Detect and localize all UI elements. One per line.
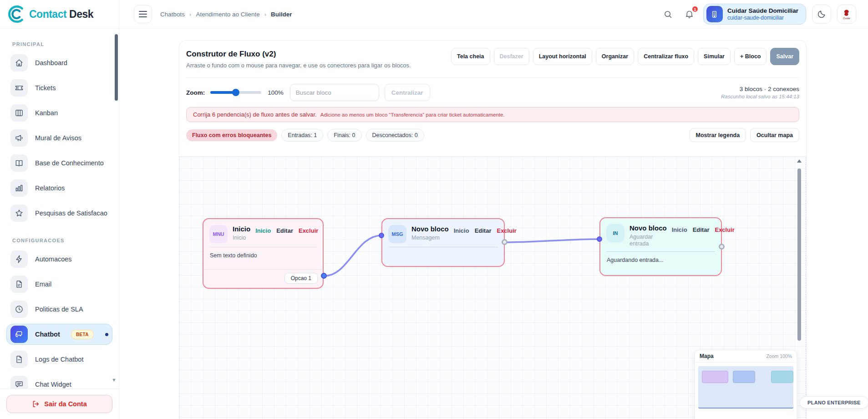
finals-badge: Finais: 0 (327, 129, 361, 142)
minimap-block-inicio (702, 371, 728, 383)
hamburger-icon (139, 11, 147, 17)
fullscreen-button[interactable]: Tela cheia (451, 48, 490, 65)
sidebar-section-principal: PRINCIPAL (12, 41, 112, 47)
hide-map-button[interactable]: Ocultar mapa (750, 128, 799, 142)
sidebar-item-email[interactable]: Email (6, 274, 112, 295)
block-type-chip: MSG (388, 225, 406, 243)
set-start-action[interactable]: Inicio (672, 226, 687, 233)
sidebar-item-relatorios[interactable]: Relatorios (6, 178, 112, 199)
zoom-slider[interactable] (210, 91, 261, 94)
flow-block-aguardar-entrada[interactable]: IN Novo bloco Aguardar entrada Inicio Ed… (599, 217, 722, 276)
minimap: Mapa Zoom 100% (695, 350, 797, 419)
sidebar-item-mural-de-avisos[interactable]: Mural de Avisos (6, 128, 112, 148)
building-icon (706, 6, 723, 22)
block-subtitle: Inicio (233, 235, 250, 242)
sidebar-item-chatbot[interactable]: Chatbot BETA (6, 324, 112, 345)
zoom-label: Zoom: (186, 89, 205, 96)
star-icon (10, 204, 28, 222)
minimap-block-aguardar (771, 371, 793, 383)
megaphone-icon (10, 129, 28, 147)
block-type-chip: MNU (209, 225, 228, 243)
delete-action[interactable]: Excluir (497, 227, 516, 234)
sidebar-item-pesquisas-de-satisfacao[interactable]: Pesquisas de Satisfacao (6, 203, 112, 224)
horizontal-layout-button[interactable]: Layout horizontal (533, 48, 592, 65)
notifications-button[interactable]: 1 (682, 6, 697, 22)
set-start-action[interactable]: Inicio (255, 227, 271, 234)
edit-action[interactable]: Editar (693, 226, 710, 233)
canvas-scrollbar[interactable] (797, 169, 801, 341)
sidebar-item-politicas-de-sla[interactable]: Politicas de SLA (6, 299, 112, 320)
organization-switcher[interactable]: Cuidar Saúde Domiciliar cuidar-saude-dom… (703, 4, 806, 25)
show-legend-button[interactable]: Mostrar legenda (690, 128, 746, 142)
center-flow-button[interactable]: Centralizar fluxo (638, 48, 694, 65)
logout-icon (32, 400, 40, 408)
dark-mode-toggle[interactable] (812, 5, 831, 24)
flow-block-inicio[interactable]: MNU Inicio Inicio Inicio Editar Excluir … (203, 218, 324, 289)
connector-in-mensagem[interactable] (379, 233, 384, 238)
minimap-block-mensagem (733, 371, 755, 383)
flow-canvas[interactable]: MNU Inicio Inicio Inicio Editar Excluir … (179, 156, 806, 419)
set-start-action[interactable]: Inicio (454, 227, 469, 234)
sidebar-item-base-de-conhecimento[interactable]: Base de Conhecimento (6, 153, 112, 174)
disconnected-badge: Desconectados: 0 (366, 129, 424, 142)
block-subtitle: Aguardar entrada (629, 234, 667, 248)
centralize-button[interactable]: Centralizar (385, 84, 430, 101)
sidebar-scroll-down-chevron-icon[interactable]: ▼ (112, 377, 117, 383)
sidebar-item-dashboard[interactable]: Dashboard (6, 52, 112, 73)
logout-button[interactable]: Sair da Conta (6, 395, 112, 413)
plan-badge: PLANO ENTERPRISE (800, 396, 868, 409)
alert-main-text: Corrija 6 pendencia(s) de fluxo antes de… (193, 111, 317, 118)
connector-in-aguardar-entrada[interactable] (597, 236, 602, 242)
delete-action[interactable]: Excluir (299, 227, 318, 234)
block-title: Inicio (233, 225, 250, 234)
organization-slug: cuidar-saude-domiciliar (727, 15, 798, 21)
edit-action[interactable]: Editar (475, 227, 492, 234)
alert-detail-text: Adicione ao menos um bloco “Transferenci… (320, 112, 505, 118)
menu-toggle-button[interactable] (134, 5, 152, 23)
flow-block-mensagem[interactable]: MSG Novo bloco Mensagem Inicio Editar Ex… (381, 218, 505, 267)
option-1-button[interactable]: Opcao 1 (284, 273, 318, 284)
document-icon (10, 276, 28, 293)
breadcrumb-chatbots[interactable]: Chatbots (160, 11, 185, 18)
kanban-icon (10, 104, 28, 122)
edit-action[interactable]: Editar (276, 227, 293, 234)
undo-button[interactable]: Desfazer (494, 48, 529, 65)
connector-out-inicio-opcao1[interactable] (321, 273, 327, 279)
delete-action[interactable]: Excluir (715, 226, 734, 233)
sidebar: PRINCIPAL Dashboard Tickets Kanban (0, 29, 119, 419)
zoom-slider-thumb[interactable] (232, 89, 239, 96)
block-title: Novo bloco (629, 224, 667, 233)
logo-icon (6, 5, 25, 24)
user-avatar[interactable]: Cuidar (837, 5, 856, 24)
minimap-title: Mapa (700, 353, 714, 359)
breadcrumb-atendimento[interactable]: Atendimento ao Cliente (196, 11, 259, 18)
sidebar-item-tickets[interactable]: Tickets (6, 77, 112, 98)
app-logo: Contact Desk (0, 0, 119, 28)
sidebar-scrollbar[interactable] (115, 34, 118, 101)
clock-icon (10, 301, 28, 318)
sidebar-item-logs-de-chatbot[interactable]: Logs de Chatbot (6, 349, 112, 370)
block-connection-counts: 3 blocos · 2 conexoes (721, 86, 799, 92)
save-button[interactable]: Salvar (770, 48, 799, 65)
block-body-text: Sem texto definido (203, 247, 323, 261)
blocking-errors-badge: Fluxo com erros bloqueantes (186, 129, 277, 141)
status-dot (105, 333, 108, 336)
beta-badge: BETA (71, 330, 94, 339)
minimap-zoom-label: Zoom 100% (766, 353, 792, 359)
avatar-caption: Cuidar (843, 17, 850, 20)
simulate-button[interactable]: Simular (698, 48, 731, 65)
minimap-viewport[interactable] (698, 366, 793, 409)
block-search-input[interactable] (290, 84, 379, 101)
search-button[interactable] (660, 6, 676, 22)
sidebar-item-automacoes[interactable]: Automacoes (6, 249, 112, 270)
connector-out-aguardar-entrada[interactable] (719, 244, 725, 250)
builder-toolbar: Tela cheia Desfazer Layout horizontal Or… (451, 48, 799, 65)
sidebar-item-kanban[interactable]: Kanban (6, 102, 112, 123)
file-icon (10, 351, 28, 368)
connector-out-mensagem[interactable] (502, 239, 508, 245)
add-block-button[interactable]: + Bloco (734, 48, 767, 65)
organize-button[interactable]: Organizar (596, 48, 634, 65)
canvas-scroll-up-arrow[interactable] (797, 159, 802, 163)
breadcrumb-separator: › (264, 11, 266, 18)
entries-badge: Entradas: 1 (281, 129, 323, 142)
